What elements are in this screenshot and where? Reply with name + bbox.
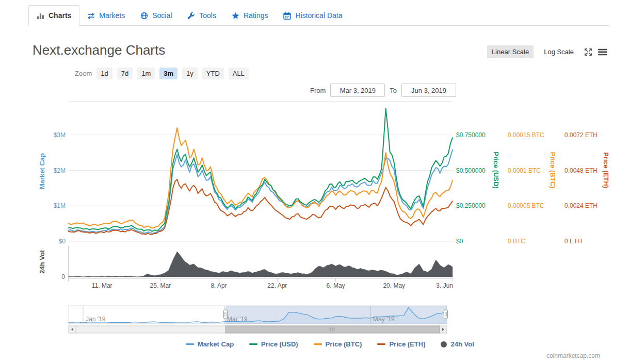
svg-text:Price (BTC): Price (BTC) [549,152,557,189]
svg-text:$0: $0 [456,238,463,245]
svg-text:0.00015 BTC: 0.00015 BTC [508,131,544,139]
svg-text:$1M: $1M [54,202,66,209]
svg-text:$0.500000: $0.500000 [456,167,486,174]
zoom-button-1m[interactable]: 1m [137,68,155,79]
svg-text:0.0001 BTC: 0.0001 BTC [508,167,541,174]
svg-text:6. May: 6. May [327,282,345,289]
tab-tools[interactable]: Tools [180,5,224,26]
tab-label: Historical Data [295,11,342,20]
svg-text:0.00005 BTC: 0.00005 BTC [508,202,544,209]
chart-legend: Market CapPrice (USD)Price (BTC)Price (E… [186,340,474,348]
tab-social[interactable]: Social [133,5,180,26]
tab-historical-data[interactable]: Historical Data [276,5,350,26]
svg-text:3. Jun: 3. Jun [436,282,453,289]
watermark: coinmarketcap.com [546,352,600,359]
bar-chart-icon [37,12,44,20]
svg-text:22. Apr: 22. Apr [267,282,287,289]
svg-text:0 BTC: 0 BTC [508,238,525,245]
legend-label: 24h Vol [450,340,474,348]
to-label: To [390,87,397,94]
tab-bar: ChartsMarketsSocialToolsRatingsHistorica… [28,5,609,26]
legend-circle-marker [441,341,447,348]
wrench-icon [187,12,195,20]
tab-label: Ratings [244,11,268,20]
legend-label: Price (BTC) [326,340,362,348]
svg-text:8. Apr: 8. Apr [211,282,227,289]
svg-text:25. Mar: 25. Mar [150,282,171,289]
exchange-arrows-icon [87,12,95,20]
page-title: Next.exchange Charts [33,42,165,58]
tab-label: Social [152,11,172,20]
zoom-button-1y[interactable]: 1y [182,68,198,79]
tab-label: Charts [49,11,71,20]
legend-label: Price (USD) [261,340,298,348]
star-icon [232,12,239,20]
svg-text:$0: $0 [59,238,66,245]
tab-charts[interactable]: Charts [28,5,79,26]
legend-line-marker [314,343,322,345]
svg-text:0: 0 [61,273,65,280]
tab-ratings[interactable]: Ratings [224,5,276,26]
zoom-button-1d[interactable]: 1d [96,68,112,79]
svg-text:Mar '19: Mar '19 [227,316,248,323]
tab-label: Markets [99,11,125,20]
svg-text:0.0048 ETH: 0.0048 ETH [564,167,597,174]
svg-text:Jan '19: Jan '19 [86,316,106,323]
to-date-input[interactable] [401,84,456,97]
legend-line-marker [377,343,385,345]
svg-text:$2M: $2M [54,167,66,174]
svg-text:24h Vol: 24h Vol [38,250,46,273]
legend-item-price-eth[interactable]: Price (ETH) [377,340,425,348]
tab-label: Tools [199,11,216,20]
globe-icon [140,12,148,20]
zoom-controls: Zoom 1d7d1m3m1yYTDALL [75,68,249,79]
svg-text:0.0072 ETH: 0.0072 ETH [564,131,597,139]
svg-text:Price (ETH): Price (ETH) [602,152,610,188]
legend-line-marker [249,343,257,345]
legend-item-market-cap[interactable]: Market Cap [186,340,234,348]
svg-text:$0.750000: $0.750000 [456,131,486,139]
legend-item-price-btc[interactable]: Price (BTC) [314,340,362,348]
svg-text:$3M: $3M [54,131,66,139]
legend-label: Market Cap [198,340,234,348]
menu-icon[interactable] [598,48,607,56]
calendar-icon [283,12,291,20]
svg-text:$0.250000: $0.250000 [456,202,486,209]
legend-line-marker [186,343,194,345]
legend-item-price-usd[interactable]: Price (USD) [249,340,298,348]
zoom-button-7d[interactable]: 7d [117,68,133,79]
from-label: From [310,87,326,94]
zoom-button-all[interactable]: ALL [229,68,249,79]
svg-text:Price (USD): Price (USD) [492,152,500,189]
page: $3M$0.7500000.00015 BTC0.0072 ETH$2M$0.5… [0,0,630,364]
legend-label: Price (ETH) [389,340,425,348]
svg-text:11. Mar: 11. Mar [92,282,112,289]
svg-text:0.0024 ETH: 0.0024 ETH [564,202,597,209]
zoom-label: Zoom [75,70,92,77]
date-range: From To [310,84,456,97]
fullscreen-icon[interactable] [584,48,592,56]
legend-item-24h-vol[interactable]: 24h Vol [441,340,474,348]
svg-text:Market Cap: Market Cap [38,153,46,189]
log-scale-button[interactable]: Log Scale [539,45,578,58]
tab-markets[interactable]: Markets [79,5,133,26]
zoom-button-ytd[interactable]: YTD [202,68,224,79]
from-date-input[interactable] [330,84,385,97]
svg-text:May '19: May '19 [373,316,395,323]
linear-scale-button[interactable]: Linear Scale [487,45,534,58]
svg-text:0 ETH: 0 ETH [564,238,582,245]
svg-text:20. May: 20. May [383,282,405,289]
scale-controls: Linear Scale Log Scale [487,45,607,58]
zoom-button-3m[interactable]: 3m [159,68,177,79]
